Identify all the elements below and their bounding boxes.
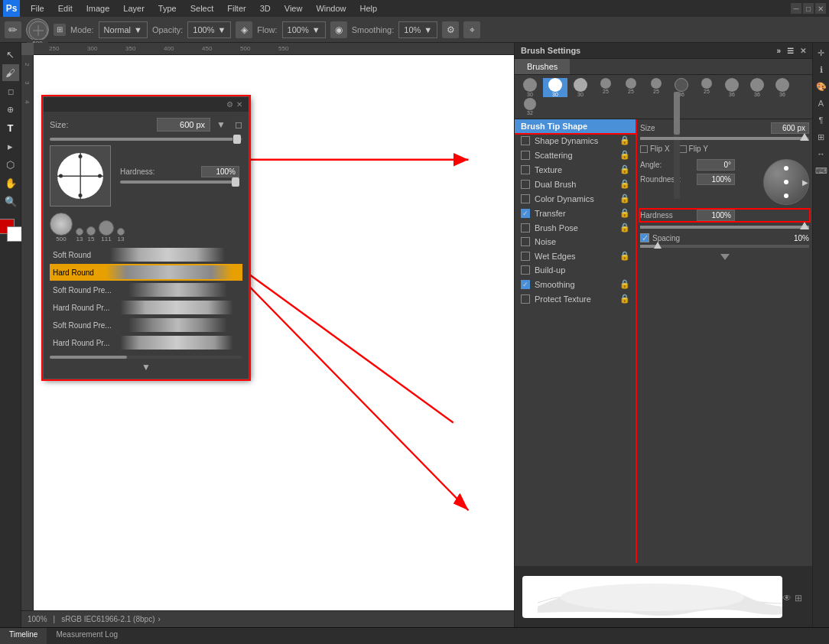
angle-dial[interactable]: ▶ bbox=[763, 159, 809, 205]
menu-layer[interactable]: Layer bbox=[117, 2, 151, 15]
tab-measurement-log[interactable]: Measurement Log bbox=[47, 628, 127, 644]
move-tool[interactable]: ↖ bbox=[2, 46, 19, 63]
popup-settings-icon[interactable]: ⚙ bbox=[226, 100, 233, 109]
brush-hard-round[interactable]: Hard Round bbox=[50, 264, 242, 281]
popup-close-icon[interactable]: ✕ bbox=[236, 100, 242, 109]
smoothing-options-icon[interactable]: ⚙ bbox=[442, 21, 459, 38]
option-protect-texture[interactable]: Protect Texture 🔒 bbox=[515, 291, 636, 306]
menu-type[interactable]: Type bbox=[152, 2, 183, 15]
brush-options-icon[interactable]: ⊞ bbox=[54, 24, 66, 36]
hardness-slider[interactable] bbox=[120, 181, 239, 184]
menu-select[interactable]: Select bbox=[184, 2, 220, 15]
option-scattering[interactable]: Scattering 🔒 bbox=[515, 148, 636, 162]
brush-cell[interactable]: 36 bbox=[720, 78, 744, 97]
menu-filter[interactable]: Filter bbox=[221, 2, 252, 15]
option-wet-edges[interactable]: Wet Edges 🔒 bbox=[515, 249, 636, 263]
mode-dropdown[interactable]: Normal ▼ bbox=[99, 21, 148, 38]
panel-menu-icon[interactable]: ☰ bbox=[787, 47, 794, 55]
brush-cell[interactable]: 36 bbox=[770, 78, 795, 97]
flip-x-label[interactable]: Flip X bbox=[640, 145, 670, 153]
arrow-tool[interactable]: ▸ bbox=[2, 138, 19, 154]
preview-eye-icon[interactable]: 👁 bbox=[782, 593, 792, 603]
hardness-main-slider[interactable] bbox=[640, 226, 809, 229]
tab-timeline[interactable]: Timeline bbox=[0, 628, 47, 644]
right-icon-4[interactable]: A bbox=[814, 96, 828, 110]
brush-cell[interactable]: 25 bbox=[593, 78, 618, 97]
option-shape-dynamics[interactable]: Shape Dynamics 🔒 bbox=[515, 133, 636, 148]
brush-soft-round-pre2[interactable]: Soft Round Pre... bbox=[50, 317, 242, 333]
brush-cell[interactable]: 30 bbox=[568, 78, 593, 97]
popup-content: Size: 600 px ▼ ◻ bbox=[44, 112, 249, 379]
size-slider[interactable] bbox=[50, 138, 242, 141]
option-dual-brush[interactable]: Dual Brush 🔒 bbox=[515, 177, 636, 191]
right-icon-3[interactable]: 🎨 bbox=[814, 80, 828, 93]
brush-cell[interactable]: 36 bbox=[669, 78, 694, 97]
option-smoothing[interactable]: ✓ Smoothing 🔒 bbox=[515, 277, 636, 291]
flip-y-label[interactable]: Flip Y bbox=[679, 145, 708, 153]
minimize-button[interactable]: ─ bbox=[791, 3, 801, 14]
opacity-dropdown[interactable]: 100% ▼ bbox=[187, 21, 231, 38]
preview-settings-icon[interactable]: ⊞ bbox=[795, 593, 802, 603]
panel-close-icon[interactable]: ✕ bbox=[800, 47, 806, 55]
right-icon-6[interactable]: ⊞ bbox=[814, 130, 828, 144]
option-color-dynamics[interactable]: Color Dynamics 🔒 bbox=[515, 191, 636, 206]
menu-image[interactable]: Image bbox=[80, 2, 116, 15]
option-noise[interactable]: Noise bbox=[515, 235, 636, 249]
flow-icon[interactable]: ◉ bbox=[330, 21, 347, 38]
brush-cell-selected[interactable]: 30 bbox=[543, 78, 567, 97]
right-icon-7[interactable]: ↔ bbox=[814, 147, 828, 161]
brush-tool-icon[interactable]: ✏ bbox=[5, 21, 21, 38]
brush-preview[interactable]: 600 bbox=[26, 18, 49, 41]
brush-cell[interactable]: 25 bbox=[619, 78, 643, 97]
spacing-checkbox[interactable]: ✓ bbox=[640, 233, 649, 242]
brush-cell[interactable]: 32 bbox=[518, 98, 542, 115]
option-brush-pose[interactable]: Brush Pose 🔒 bbox=[515, 220, 636, 235]
opacity-label: Opacity: bbox=[152, 25, 183, 34]
right-icon-1[interactable]: ✛ bbox=[814, 46, 828, 60]
tab-brushes[interactable]: Brushes bbox=[515, 59, 570, 74]
eraser-tool[interactable]: ◻ bbox=[2, 83, 19, 99]
menu-3d[interactable]: 3D bbox=[254, 2, 277, 15]
type-tool[interactable]: T bbox=[2, 119, 19, 136]
zoom-tool[interactable]: 🔍 bbox=[2, 193, 19, 210]
brush-hard-round-pre1[interactable]: Hard Round Pr... bbox=[50, 299, 242, 316]
shape-tool[interactable]: ⬡ bbox=[2, 156, 19, 173]
brush-cell[interactable]: 30 bbox=[518, 78, 542, 97]
brush-cell[interactable]: 25 bbox=[644, 78, 668, 97]
smoothing-dropdown[interactable]: 10% ▼ bbox=[398, 21, 437, 38]
maximize-button[interactable]: □ bbox=[803, 3, 814, 14]
option-buildup[interactable]: Build-up bbox=[515, 263, 636, 277]
brush-hard-round-pre2[interactable]: Hard Round Pr... bbox=[50, 334, 242, 351]
option-transfer[interactable]: ✓ Transfer 🔒 bbox=[515, 206, 636, 220]
brush-cell[interactable]: 25 bbox=[694, 78, 719, 97]
brush-soft-round-pre1[interactable]: Soft Round Pre... bbox=[50, 281, 242, 298]
background-color[interactable] bbox=[7, 226, 22, 242]
angle-icon[interactable]: ⌖ bbox=[463, 21, 480, 38]
airbrush-icon[interactable]: ◈ bbox=[236, 21, 252, 38]
brush-cell[interactable]: 36 bbox=[745, 78, 769, 97]
menu-file[interactable]: File bbox=[24, 2, 50, 15]
right-icon-8[interactable]: ⌨ bbox=[814, 164, 828, 177]
right-icon-5[interactable]: ¶ bbox=[814, 113, 828, 127]
right-icon-2[interactable]: ℹ bbox=[814, 63, 828, 76]
flow-dropdown[interactable]: 100% ▼ bbox=[282, 21, 326, 38]
popup-down-arrow[interactable]: ▼ bbox=[141, 362, 151, 372]
color-swatches[interactable] bbox=[0, 219, 22, 242]
brush-soft-round[interactable]: Soft Round bbox=[50, 246, 242, 263]
hand-tool[interactable]: ✋ bbox=[2, 174, 19, 191]
left-toolbar: ↖ 🖌 ◻ ⊕ T ▸ ⬡ ✋ 🔍 bbox=[0, 43, 21, 627]
close-button[interactable]: ✕ bbox=[815, 3, 826, 14]
clone-tool[interactable]: ⊕ bbox=[2, 101, 19, 118]
menu-edit[interactable]: Edit bbox=[52, 2, 79, 15]
menu-help[interactable]: Help bbox=[354, 2, 384, 15]
menu-window[interactable]: Window bbox=[310, 2, 352, 15]
option-brush-tip-shape[interactable]: Brush Tip Shape bbox=[515, 119, 636, 133]
collapse-triangle[interactable] bbox=[720, 254, 730, 260]
option-texture[interactable]: Texture 🔒 bbox=[515, 162, 636, 177]
brush-tool[interactable]: 🖌 bbox=[2, 64, 19, 81]
menu-view[interactable]: View bbox=[278, 2, 309, 15]
size-main-slider[interactable] bbox=[640, 137, 809, 140]
brush-grid-scrollbar[interactable] bbox=[674, 92, 680, 199]
panel-expand-icon[interactable]: » bbox=[776, 47, 781, 55]
spacing-slider[interactable] bbox=[640, 245, 809, 248]
